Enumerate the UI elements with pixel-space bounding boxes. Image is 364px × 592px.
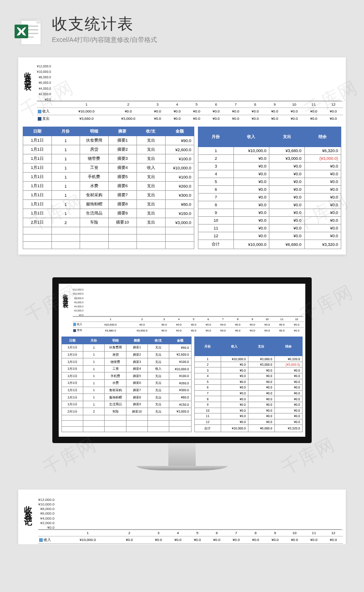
cell: ¥10,000.0	[221, 425, 248, 432]
cell	[23, 235, 52, 242]
chart-value: ¥0.0	[245, 322, 260, 327]
table-row: 1月1日1手机费摘要5支出¥100.0	[23, 173, 194, 182]
page-title: 收支统计表	[52, 15, 157, 32]
cell	[147, 421, 169, 426]
cell: ¥3,320.0	[304, 240, 341, 249]
cell: 支出	[147, 394, 169, 401]
col-header: 收入	[221, 337, 248, 356]
table-row: 4 ¥0.0 ¥0.0 ¥0.0	[194, 373, 302, 379]
col-header: 摘要	[108, 127, 137, 136]
table-row: 合计 ¥10,000.0 ¥6,680.0 ¥3,320.0	[198, 240, 341, 249]
cell: 水费	[105, 380, 126, 387]
x-tick: 4	[167, 102, 187, 108]
cell: 支出	[137, 191, 166, 200]
cell: 11	[198, 225, 233, 232]
col-header: 结余	[275, 337, 303, 356]
chart-value: ¥0.0	[168, 536, 188, 544]
chart-value: ¥0.0	[245, 115, 265, 122]
col-header: 明细	[105, 337, 126, 344]
cell: 支出	[137, 182, 166, 191]
cell: ¥0.0	[248, 379, 274, 385]
cell: 支出	[147, 351, 169, 358]
cell: 摘要6	[108, 182, 137, 191]
chart-value: ¥0.0	[168, 544, 188, 545]
cell: ¥0.0	[269, 201, 304, 209]
col-header: 月份	[198, 127, 233, 147]
table-row: 7 ¥0.0 ¥0.0 ¥0.0	[194, 390, 302, 396]
col-header: 收入	[233, 127, 269, 147]
cell: ¥300.0	[169, 387, 191, 394]
cell: 5	[194, 379, 221, 385]
cell: ¥0.0	[233, 217, 269, 225]
table-row: 9 ¥0.0 ¥0.0 ¥0.0	[198, 209, 341, 217]
cell	[126, 426, 147, 432]
cell: 9	[194, 402, 221, 408]
cell	[62, 415, 83, 421]
legend-expend: 支出	[38, 544, 66, 545]
chart-value: ¥0.0	[109, 108, 148, 115]
col-header: 月份	[83, 337, 105, 344]
col-header: 金额	[169, 337, 191, 344]
cell: ¥0.0	[304, 209, 341, 217]
chart-value: ¥0.0	[187, 536, 207, 544]
col-header: 月份	[194, 337, 221, 356]
cell	[165, 242, 194, 249]
col-header: 金额	[165, 127, 194, 136]
table-row: 1月1日1房贷摘要2支出¥2,600.0	[62, 351, 192, 358]
cell: 支出	[137, 218, 166, 227]
cell	[147, 426, 169, 432]
cell	[83, 421, 105, 426]
cell: 1月1日	[62, 380, 83, 387]
cell: ¥3,320.0	[275, 425, 303, 432]
cell: 摘要5	[108, 173, 137, 182]
col-header: 支出	[269, 127, 304, 147]
x-tick: 5	[187, 530, 207, 536]
cell: 1	[83, 365, 105, 373]
cell	[51, 242, 80, 249]
cell: ¥10,000.0	[165, 163, 194, 173]
table-row	[23, 242, 194, 249]
cell: ¥0.0	[248, 390, 274, 396]
table-row: 1月1日1物管费摘要3支出¥100.0	[23, 154, 194, 163]
chart-value: ¥3,680.0	[66, 544, 110, 545]
col-header: 结余	[304, 127, 341, 147]
cell: 12	[198, 232, 233, 240]
cell	[83, 426, 105, 432]
cell: 支出	[137, 173, 166, 182]
col-header: 收/支	[147, 337, 169, 344]
cell: 工资	[105, 365, 126, 373]
cell	[169, 421, 191, 426]
cell: ¥0.0	[304, 217, 341, 225]
x-tick: 8	[246, 530, 265, 536]
cell: ¥80.0	[165, 200, 194, 209]
cell: 伙食费用	[105, 344, 126, 352]
cell: 5	[198, 178, 233, 186]
x-tick: 8	[245, 102, 265, 108]
table-row: 1月1日1水费摘要6支出¥260.0	[62, 380, 192, 387]
cell: ¥0.0	[221, 413, 248, 419]
chart-value: ¥0.0	[172, 322, 186, 327]
legend-income: 收入	[38, 536, 66, 544]
cell: 手机费	[105, 373, 126, 380]
bottom-preview: 收支登记 ¥0.0¥2,000.0¥4,000.0¥6,000.0¥8,000.…	[18, 490, 346, 544]
x-tick: 10	[260, 316, 274, 322]
cell: ¥0.0	[221, 396, 248, 402]
cell: 1月1日	[23, 182, 52, 191]
chart-value: ¥0.0	[289, 322, 304, 327]
chart-value: ¥0.0	[186, 327, 201, 333]
cell: 2月1日	[62, 408, 83, 415]
cell: ¥0.0	[233, 186, 269, 194]
cell: ¥0.0	[233, 163, 269, 170]
cell: ¥0.0	[275, 373, 303, 379]
chart-value: ¥10,000.0	[66, 536, 110, 544]
cell: ¥100.0	[169, 358, 191, 366]
preview-card: 收支登记表 ¥0.0¥2,000.0¥4,000.0¥6,000.0¥8,000…	[18, 57, 346, 255]
table-row: 1 ¥10,000.0 ¥3,680.0 ¥6,320.0	[198, 147, 341, 155]
table-row: 11 ¥0.0 ¥0.0 ¥0.0	[198, 225, 341, 232]
chart-value: ¥0.0	[324, 544, 343, 545]
x-tick: 12	[324, 530, 343, 536]
x-axis-table: 123456789101112收入¥10,000.0¥0.0¥0.0¥0.0¥0…	[73, 316, 304, 333]
chart-value: ¥0.0	[304, 544, 324, 545]
x-tick: 12	[289, 316, 304, 322]
chart: ¥0.0¥2,000.0¥4,000.0¥6,000.0¥8,000.0¥10,…	[36, 498, 341, 544]
